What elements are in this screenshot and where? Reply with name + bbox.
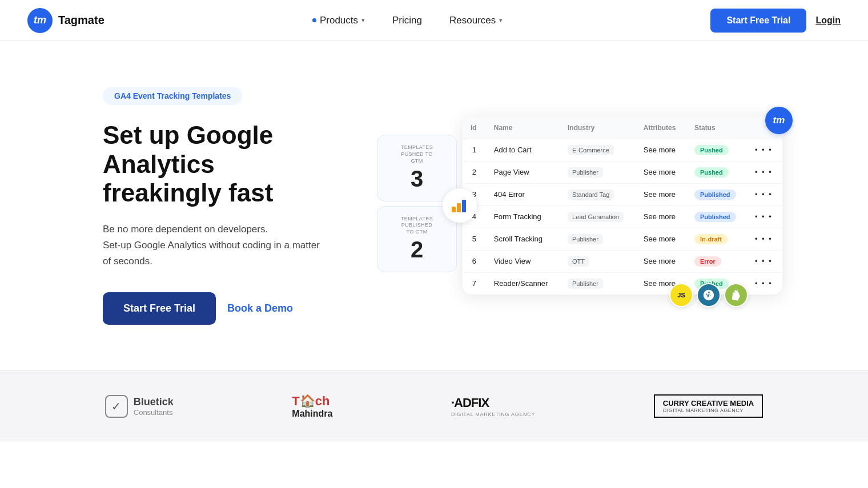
logo-link[interactable]: tm Tagmate bbox=[27, 8, 105, 33]
nav-links: Products ▾ Pricing Resources ▾ bbox=[301, 10, 514, 31]
cell-id: 6 bbox=[463, 250, 486, 272]
logo-adfix: ·ADFIX DIGITAL MARKETING AGENCY bbox=[451, 396, 535, 417]
hero-book-demo-button[interactable]: Book a Demo bbox=[227, 303, 293, 314]
cell-actions[interactable]: • • • bbox=[747, 183, 782, 205]
cell-name[interactable]: Form Tracking bbox=[486, 205, 560, 228]
wordpress-icon bbox=[697, 283, 721, 307]
platform-icons: JS bbox=[669, 283, 748, 307]
nav-products[interactable]: Products ▾ bbox=[301, 10, 376, 31]
nav-resources-label: Resources bbox=[449, 15, 496, 26]
tm-logo-badge: tm bbox=[765, 107, 793, 134]
cell-industry: Publisher bbox=[560, 161, 636, 183]
table-row: 2 Page View Publisher See more Pushed • … bbox=[463, 161, 782, 183]
bluetick-check-icon: ✓ bbox=[105, 395, 128, 418]
cell-actions[interactable]: • • • bbox=[747, 228, 782, 250]
cell-id: 7 bbox=[463, 272, 486, 295]
hero-description: Be no more dependent on developers. Set-… bbox=[103, 221, 377, 269]
chart-icon bbox=[443, 188, 477, 223]
stat-pushed-number: 3 bbox=[411, 166, 423, 191]
hero-buttons: Start Free Trial Book a Demo bbox=[103, 292, 377, 325]
table-header-row: Id Name Industry Attributes Status bbox=[463, 117, 782, 139]
nav-actions: Start Free Trial Login bbox=[710, 9, 841, 33]
col-industry: Industry bbox=[560, 117, 636, 139]
stat-pushed-label: TEMPLATES PUSHED TO GTM bbox=[401, 144, 433, 164]
nav-login-button[interactable]: Login bbox=[815, 15, 841, 26]
cell-actions[interactable]: • • • bbox=[747, 272, 782, 295]
cell-name[interactable]: Reader/Scanner bbox=[486, 272, 560, 295]
shopify-icon bbox=[724, 283, 748, 307]
hero-title: Set up Google Analytics freakingly fast bbox=[103, 121, 377, 208]
cell-see-more[interactable]: See more bbox=[636, 250, 686, 272]
logo-bluetick: ✓ Bluetick Consultants bbox=[105, 395, 174, 418]
cell-actions[interactable]: • • • bbox=[747, 139, 782, 161]
cell-see-more[interactable]: See more bbox=[636, 161, 686, 183]
adfix-text: ·ADFIX DIGITAL MARKETING AGENCY bbox=[451, 396, 535, 417]
stat-published-number: 2 bbox=[411, 237, 423, 263]
col-attributes: Attributes bbox=[636, 117, 686, 139]
navbar: tm Tagmate Products ▾ Pricing Resources … bbox=[0, 0, 868, 41]
svg-rect-2 bbox=[462, 200, 466, 212]
cell-id: 2 bbox=[463, 161, 486, 183]
nav-pricing-label: Pricing bbox=[392, 15, 422, 26]
table-row: 4 Form Tracking Lead Generation See more… bbox=[463, 205, 782, 228]
cell-actions[interactable]: • • • bbox=[747, 250, 782, 272]
dashboard-table-wrap: tm Id Name Industry Attributes Status bbox=[428, 117, 782, 295]
cell-industry: Publisher bbox=[560, 228, 636, 250]
svg-rect-1 bbox=[457, 203, 461, 212]
products-dot bbox=[312, 18, 316, 22]
curry-text: CURRY CREATIVE MEDIA DIGITAL MARKETING A… bbox=[654, 394, 763, 418]
hero-section: GA4 Event Tracking Templates Set up Goog… bbox=[0, 41, 868, 370]
hero-start-trial-button[interactable]: Start Free Trial bbox=[103, 292, 216, 325]
bluetick-text: Bluetick Consultants bbox=[134, 396, 174, 417]
cell-industry: Standard Tag bbox=[560, 183, 636, 205]
products-chevron-icon: ▾ bbox=[361, 17, 365, 24]
cell-actions[interactable]: • • • bbox=[747, 205, 782, 228]
cell-actions[interactable]: • • • bbox=[747, 161, 782, 183]
cell-status: Pushed bbox=[686, 161, 747, 183]
hero-badge: GA4 Event Tracking Templates bbox=[103, 87, 242, 105]
techmahindra-text: T🏠ch Mahindra bbox=[292, 394, 332, 419]
cell-status: Error bbox=[686, 250, 747, 272]
hero-content: GA4 Event Tracking Templates Set up Goog… bbox=[103, 87, 377, 325]
cell-status: Published bbox=[686, 183, 747, 205]
cell-name[interactable]: Video View bbox=[486, 250, 560, 272]
logo-curry: CURRY CREATIVE MEDIA DIGITAL MARKETING A… bbox=[654, 394, 763, 418]
nav-products-label: Products bbox=[320, 15, 358, 26]
resources-chevron-icon: ▾ bbox=[499, 17, 503, 24]
cell-status: Published bbox=[686, 205, 747, 228]
cell-name[interactable]: Add to Cart bbox=[486, 139, 560, 161]
nav-pricing[interactable]: Pricing bbox=[381, 10, 433, 31]
logo-icon: tm bbox=[27, 8, 53, 33]
cell-industry: Publisher bbox=[560, 272, 636, 295]
cell-name[interactable]: Scroll Tracking bbox=[486, 228, 560, 250]
stat-published-label: TEMPLATES PUBLISHED TO GTM bbox=[401, 215, 433, 235]
col-status: Status bbox=[686, 117, 747, 139]
table-row: 1 Add to Cart E-Commerce See more Pushed… bbox=[463, 139, 782, 161]
cell-see-more[interactable]: See more bbox=[636, 228, 686, 250]
table-row: 3 404 Error Standard Tag See more Publis… bbox=[463, 183, 782, 205]
cell-industry: E-Commerce bbox=[560, 139, 636, 161]
col-name: Name bbox=[486, 117, 560, 139]
javascript-icon: JS bbox=[669, 283, 693, 307]
cell-see-more[interactable]: See more bbox=[636, 205, 686, 228]
cell-industry: OTT bbox=[560, 250, 636, 272]
cell-name[interactable]: 404 Error bbox=[486, 183, 560, 205]
hero-illustration: TEMPLATES PUSHED TO GTM 3 TEMPLATES PUBL… bbox=[411, 117, 799, 295]
cell-see-more[interactable]: See more bbox=[636, 183, 686, 205]
dashboard-table: Id Name Industry Attributes Status 1 Add… bbox=[463, 117, 782, 295]
cell-industry: Lead Generation bbox=[560, 205, 636, 228]
table-row: 5 Scroll Tracking Publisher See more In-… bbox=[463, 228, 782, 250]
svg-rect-0 bbox=[452, 207, 456, 212]
table-row: 6 Video View OTT See more Error • • • bbox=[463, 250, 782, 272]
dashboard-table-card: Id Name Industry Attributes Status 1 Add… bbox=[463, 117, 782, 295]
cell-status: Pushed bbox=[686, 139, 747, 161]
col-id: Id bbox=[463, 117, 486, 139]
nav-start-trial-button[interactable]: Start Free Trial bbox=[710, 9, 806, 33]
cell-name[interactable]: Page View bbox=[486, 161, 560, 183]
cell-id: 5 bbox=[463, 228, 486, 250]
cell-id: 1 bbox=[463, 139, 486, 161]
cell-see-more[interactable]: See more bbox=[636, 139, 686, 161]
nav-resources[interactable]: Resources ▾ bbox=[438, 10, 514, 31]
cell-status: In-draft bbox=[686, 228, 747, 250]
chart-icon-wrap bbox=[443, 188, 477, 223]
